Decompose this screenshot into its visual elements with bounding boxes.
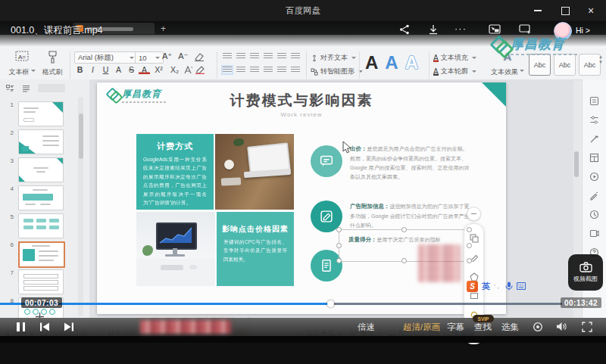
italic-button[interactable]: I [87, 65, 98, 74]
bid-item-text[interactable]: 出价：是您愿意为用户点击您的广告支付的金额。然而，更高的出价会争得更高的位置。搜… [350, 145, 470, 181]
selection-handle[interactable] [336, 243, 342, 248]
slide-thumbnail-7[interactable] [18, 269, 64, 294]
laptop-photo[interactable] [215, 134, 294, 210]
selection-handle[interactable] [336, 258, 342, 263]
collapse-float-toolbar-button[interactable] [467, 207, 481, 221]
insert-textbox-button[interactable]: A= 文本框 [8, 51, 36, 77]
text-style-outline[interactable]: A [405, 53, 418, 73]
font-color-button[interactable]: A [139, 65, 150, 74]
sliders-icon[interactable] [589, 115, 599, 125]
text-fill-button[interactable]: A 文本填充 [433, 53, 476, 63]
align-center-icon[interactable] [236, 67, 245, 73]
maximize-button[interactable] [559, 5, 571, 17]
ink-icon[interactable] [589, 191, 599, 201]
keyboard-icon[interactable] [517, 282, 526, 290]
ime-punct-icon[interactable]: '， [494, 282, 501, 291]
next-button[interactable] [64, 322, 74, 331]
slide-thumbnail-1[interactable] [18, 101, 64, 126]
desktop-photo[interactable] [136, 212, 215, 286]
media-icon[interactable] [589, 229, 599, 238]
slide-thumbnail-2[interactable] [18, 129, 64, 154]
rectangle-icon[interactable] [470, 291, 479, 300]
underline-button[interactable]: U [100, 65, 111, 74]
selection-handle[interactable] [336, 227, 342, 232]
subscript-button[interactable]: X₂ [167, 65, 182, 74]
properties-icon[interactable] [589, 96, 599, 106]
playback-speed-button[interactable]: 倍速 [358, 322, 375, 333]
history-icon[interactable] [589, 210, 599, 219]
video-quality-button[interactable]: 超清/原画 [403, 322, 440, 333]
highlight-color-icon[interactable] [195, 66, 205, 74]
align-right-icon[interactable] [250, 67, 259, 73]
wordart-preset-2[interactable]: Abc [554, 54, 576, 76]
layers-icon[interactable] [470, 234, 479, 243]
char-spacing-button[interactable]: A [113, 65, 124, 74]
selection-handle[interactable] [401, 258, 407, 263]
bullets-icon[interactable] [223, 53, 232, 60]
increase-indent-icon[interactable] [264, 53, 273, 60]
thumbnail-view-icon[interactable] [22, 85, 30, 92]
find-button[interactable]: 查找 [474, 322, 492, 333]
layout-icon[interactable] [589, 153, 599, 163]
numbering-icon[interactable] [236, 53, 245, 60]
sogou-logo-icon[interactable]: S [467, 281, 478, 292]
text-direction-icon[interactable] [277, 53, 286, 60]
align-text-button[interactable]: 对齐文本 [311, 53, 356, 63]
video-screenshot-button[interactable]: 视频截图 [568, 254, 603, 291]
click-price-box[interactable]: 影响点击价格因素 关键词的CPC与广告排名、竞争对手出价及广告质量等因素相关。 [217, 212, 294, 286]
previous-button[interactable] [39, 322, 50, 331]
superscript-button[interactable]: X² [152, 65, 166, 74]
decrease-font-icon[interactable]: A⁻ [178, 51, 188, 61]
selection-handle[interactable] [467, 227, 472, 232]
clear-format-icon[interactable] [194, 52, 205, 61]
volume-button[interactable] [556, 322, 567, 331]
slide-subtitle[interactable]: Work review [97, 111, 506, 118]
panel-scrollbar[interactable] [78, 97, 83, 316]
slide-thumbnail-4[interactable] [18, 185, 64, 210]
episodes-button[interactable]: 选集 [501, 322, 519, 333]
panel-scrollbar-thumb[interactable] [79, 114, 83, 159]
animation-icon[interactable] [589, 172, 599, 182]
justify-icon[interactable] [264, 67, 273, 73]
panel-toggle[interactable] [38, 84, 65, 92]
video-progress-handle[interactable] [327, 300, 334, 307]
text-outline-button[interactable]: A 文本轮廓 [433, 67, 476, 76]
slide-thumbnail-6-selected[interactable] [18, 241, 65, 268]
selection-handle[interactable] [467, 258, 472, 263]
mic-icon[interactable] [505, 282, 513, 291]
close-button[interactable]: × [585, 5, 597, 17]
design-wand-icon[interactable] [589, 134, 599, 144]
billing-method-box[interactable]: 计费方式 GoogleAds采用一种竞价系统来决定搜索结果页上广告的展示顺序和决… [136, 134, 214, 210]
pause-button[interactable] [17, 322, 25, 331]
slide-title[interactable]: 计费模式与影响因素 [97, 91, 506, 110]
slide-thumbnail-5[interactable] [18, 213, 64, 238]
wordart-preset-1[interactable]: Abc [529, 54, 551, 76]
selection-handle[interactable] [467, 243, 472, 248]
outline-view-icon[interactable] [6, 85, 14, 92]
cast-to-tv-button[interactable] [519, 24, 531, 34]
canvas-scrollbar-thumb[interactable] [574, 151, 579, 177]
bid-item-icon-circle[interactable] [311, 145, 342, 177]
strikethrough-button[interactable]: S [126, 65, 137, 74]
slide-thumbnail-3[interactable] [18, 157, 64, 182]
align-left-icon[interactable] [223, 67, 232, 73]
format-painter-button[interactable]: 格式刷 [39, 51, 65, 77]
font-name-select[interactable]: Arial (标题) [74, 51, 138, 64]
phonetic-guide-icon[interactable] [183, 66, 193, 74]
line-spacing-icon[interactable] [291, 53, 300, 60]
minimize-button[interactable] [532, 5, 544, 17]
wordart-preset-3[interactable]: Abc [579, 54, 601, 76]
more-options-button[interactable]: ··· [454, 23, 467, 34]
fullscreen-button[interactable] [582, 322, 592, 332]
download-button[interactable] [428, 24, 439, 35]
decrease-indent-icon[interactable] [250, 53, 259, 60]
selection-handle[interactable] [401, 227, 407, 232]
font-size-select[interactable]: 10 [135, 51, 164, 64]
ime-language-toggle[interactable]: 英 [482, 281, 490, 292]
subtitles-button[interactable]: 字幕 [447, 322, 464, 333]
bold-button[interactable]: B [74, 65, 86, 74]
canvas-scrollbar[interactable] [573, 81, 579, 331]
loop-mode-button[interactable] [533, 322, 543, 332]
ad-extensions-text[interactable]: 广告附加信息：这些附加信息为您的广告添加了更多功能，Google 会统计它们会对… [350, 202, 470, 230]
increase-font-icon[interactable]: A⁺ [162, 51, 172, 61]
